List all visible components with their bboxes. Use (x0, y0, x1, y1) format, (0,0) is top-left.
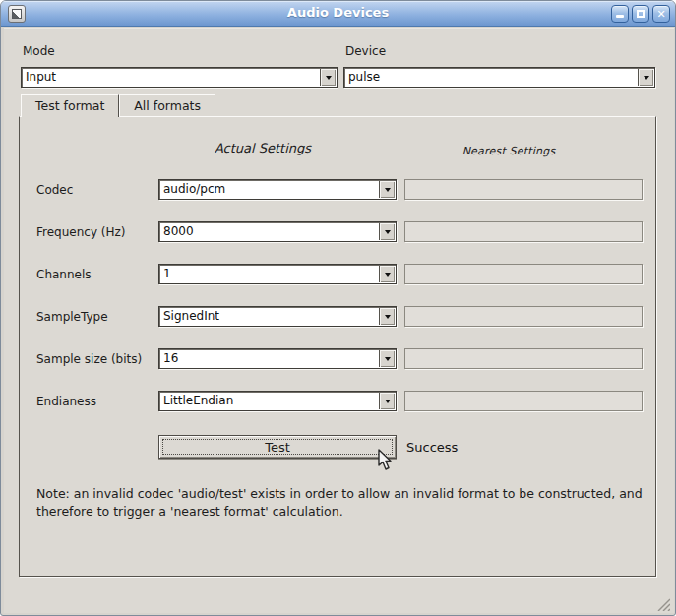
chevron-down-icon[interactable] (379, 223, 395, 240)
maximize-button[interactable] (632, 5, 649, 23)
chevron-down-icon[interactable] (379, 181, 395, 198)
window-title: Audio Devices (1, 5, 675, 20)
codec-select[interactable]: audio/pcm (158, 179, 397, 200)
samplesize-selected-value: 16 (163, 351, 178, 365)
resize-grip[interactable] (655, 596, 670, 611)
chevron-down-icon[interactable] (379, 308, 395, 325)
mode-label: Mode (23, 44, 55, 58)
frequency-selected-value: 8000 (163, 224, 194, 238)
minimize-icon (616, 15, 624, 18)
tab-all-formats[interactable]: All formats (119, 94, 215, 116)
sampletype-nearest-field[interactable] (404, 306, 643, 327)
endianess-select[interactable]: LittleEndian (158, 391, 397, 411)
samplesize-label: Sample size (bits) (36, 352, 142, 366)
close-button[interactable]: ✕ (652, 5, 670, 23)
samplesize-nearest-field[interactable] (404, 348, 643, 369)
frequency-label: Frequency (Hz) (36, 225, 126, 239)
nearest-settings-heading: Nearest Settings (390, 145, 628, 157)
window-controls: ✕ (611, 5, 670, 23)
codec-selected-value: audio/pcm (163, 182, 225, 196)
mode-selected-value: Input (26, 70, 56, 84)
test-button[interactable]: Test (158, 435, 397, 459)
chevron-down-icon[interactable] (379, 350, 395, 367)
endianess-nearest-field[interactable] (404, 391, 643, 411)
maximize-icon (637, 10, 645, 18)
sampletype-label: SampleType (36, 310, 108, 324)
chevron-down-icon[interactable] (638, 69, 653, 86)
audio-devices-window: Audio Devices ✕ Mode Input Device pulse (0, 0, 676, 616)
samplesize-select[interactable]: 16 (158, 348, 397, 369)
codec-label: Codec (36, 183, 73, 197)
sampletype-selected-value: SignedInt (163, 309, 219, 323)
frequency-select[interactable]: 8000 (158, 221, 397, 242)
channels-label: Channels (36, 268, 92, 281)
endianess-label: Endianess (36, 395, 96, 408)
mouse-cursor (378, 449, 395, 472)
endianess-selected-value: LittleEndian (163, 394, 233, 407)
frequency-nearest-field[interactable] (404, 221, 643, 242)
actual-settings-heading: Actual Settings (144, 141, 382, 155)
channels-select[interactable]: 1 (158, 264, 397, 284)
chevron-down-icon[interactable] (379, 266, 395, 282)
tab-test-format[interactable]: Test format (21, 94, 119, 117)
sampletype-select[interactable]: SignedInt (158, 306, 397, 327)
device-selected-value: pulse (348, 70, 380, 84)
format-tabs: Test format All formats (21, 94, 215, 117)
device-select[interactable]: pulse (343, 67, 655, 88)
mode-select[interactable]: Input (21, 67, 338, 88)
channels-nearest-field[interactable] (404, 264, 643, 284)
chevron-down-icon[interactable] (320, 69, 336, 86)
titlebar[interactable]: Audio Devices ✕ (1, 1, 675, 27)
close-icon: ✕ (656, 9, 665, 20)
chevron-down-icon[interactable] (379, 393, 395, 409)
minimize-button[interactable] (611, 5, 629, 23)
codec-nearest-field[interactable] (404, 179, 643, 200)
note-text: Note: an invalid codec 'audio/test' exis… (36, 485, 650, 521)
device-label: Device (345, 44, 386, 58)
channels-selected-value: 1 (163, 267, 171, 280)
dialog-body: Mode Input Device pulse Test format All … (4, 28, 674, 613)
test-status-text: Success (406, 440, 458, 455)
